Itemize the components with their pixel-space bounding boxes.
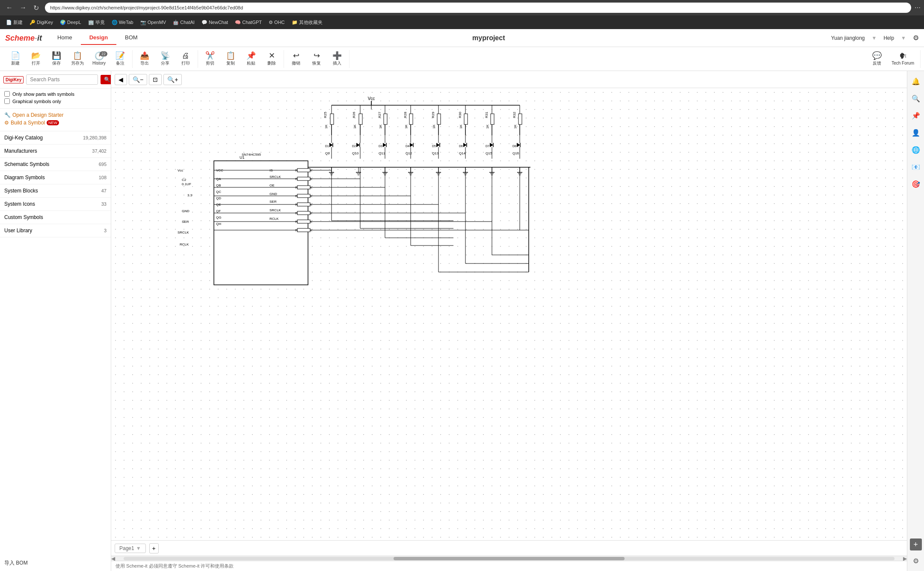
bookmark-deepl[interactable]: 🌍 DeepL (57, 19, 83, 26)
search-input[interactable] (26, 74, 98, 85)
svg-rect-45 (297, 194, 310, 198)
svg-text:3.3: 3.3 (187, 193, 192, 197)
collapse-left-button[interactable]: ◀ (115, 74, 127, 85)
svg-text:R31: R31 (485, 112, 489, 118)
search-button[interactable]: 🔍 (101, 75, 111, 84)
new-button[interactable]: 📄 新建 (5, 50, 26, 68)
bookmark-more[interactable]: 📁 其他收藏夹 (289, 18, 325, 27)
catalog-item-custom-symbols[interactable]: Custom Symbols (0, 211, 111, 224)
redo-button[interactable]: ↪ 恢复 (306, 50, 327, 68)
bookmark-newchat[interactable]: 💬 NewChat (199, 19, 231, 26)
zoom-fit-button[interactable]: ⊡ (149, 74, 162, 85)
right-mail-icon[interactable]: 📧 (909, 160, 923, 174)
svg-text:Q15: Q15 (486, 151, 492, 155)
help-button[interactable]: Help (883, 35, 894, 41)
right-user-icon[interactable]: 👤 (909, 126, 923, 139)
app-logo: Scheme-it (5, 33, 42, 43)
svg-text:0.1UF: 0.1UF (182, 182, 191, 186)
svg-text:QF: QF (216, 209, 221, 213)
svg-text:1K: 1K (353, 124, 357, 129)
refresh-button[interactable]: ↻ (31, 3, 41, 13)
tab-bom[interactable]: BOM (116, 31, 146, 45)
svg-text:OE: OE (270, 183, 275, 187)
svg-text:Vcc: Vcc (178, 169, 183, 172)
history-button[interactable]: 🕐 History 22 (88, 50, 110, 67)
forward-button[interactable]: → (17, 3, 29, 13)
catalog-item-schematic-symbols[interactable]: Schematic Symbols 695 (0, 158, 111, 171)
canvas-content[interactable]: Vcc U1 SN74HC595 VCC QA QB QC QD QE QF (111, 88, 907, 540)
toolbar: 📄 新建 📂 打开 💾 保存 📋 另存为 🕐 History 22 📝 备注 📤… (0, 47, 924, 71)
svg-text:R28: R28 (403, 112, 407, 118)
svg-text:D5: D5 (432, 145, 436, 148)
delete-button[interactable]: ✕ 删除 (261, 50, 282, 68)
bookmark-new[interactable]: 📄 新建 (3, 18, 25, 27)
user-name[interactable]: Yuan jianglong (831, 35, 865, 41)
bottom-scrollbar[interactable]: ◀ ▶ (111, 556, 907, 561)
zoom-in-button[interactable]: 🔍+ (163, 74, 182, 85)
catalog-item-system-icons[interactable]: System Icons 33 (0, 198, 111, 211)
catalog-item-user-library[interactable]: User Library 3 (0, 224, 111, 237)
right-bell-icon[interactable]: 🔔 (909, 74, 923, 88)
right-pin-icon[interactable]: 📌 (909, 109, 923, 122)
svg-text:1K: 1K (486, 124, 489, 129)
bookmark-ohc[interactable]: ⚙ OHC (266, 19, 287, 26)
tab-design[interactable]: Design (81, 31, 116, 45)
export-button[interactable]: 📤 导出 (134, 50, 155, 68)
svg-marker-126 (517, 143, 520, 147)
right-search-icon[interactable]: 🔍 (909, 92, 923, 105)
right-target-icon[interactable]: 🎯 (909, 177, 923, 191)
catalog-item-system-blocks[interactable]: System Blocks 47 (0, 184, 111, 198)
right-globe-icon[interactable]: 🌐 (909, 143, 923, 157)
open-button[interactable]: 📂 打开 (26, 50, 46, 68)
page-tab[interactable]: Page1 ▼ (115, 544, 146, 553)
svg-text:QH: QH (216, 222, 221, 226)
catalog-item-diagram-symbols[interactable]: Diagram Symbols 108 (0, 171, 111, 184)
bookmark-bijiao[interactable]: 🏢 毕竟 (86, 18, 107, 27)
bookmark-digikey[interactable]: 🔑 DigiKey (27, 19, 56, 26)
bookmark-chatgpt[interactable]: 🧠 ChatGPT (232, 19, 264, 26)
right-add-button[interactable]: + (910, 538, 922, 550)
nav-tabs: Home Design BOM (49, 31, 146, 45)
import-bom[interactable]: 导入 BOM (0, 555, 111, 571)
svg-text:R32: R32 (512, 112, 516, 118)
print-button[interactable]: 🖨 打印 (175, 50, 196, 68)
forum-button[interactable]: 🗣 Tech Forum (887, 50, 918, 67)
address-bar[interactable]: https://www.digikey.cn/zh/schemeit/proje… (45, 3, 911, 13)
catalog-item-manufacturers[interactable]: Manufacturers 37,402 (0, 145, 111, 158)
cut-button[interactable]: ✂️ 剪切 (200, 50, 220, 68)
add-page-button[interactable]: + (149, 543, 159, 553)
settings-icon[interactable]: ⚙ (913, 34, 919, 42)
undo-button[interactable]: ↩ 撤销 (286, 50, 306, 68)
share-button[interactable]: 📡 分享 (155, 50, 175, 68)
bookmark-openmv[interactable]: 📷 OpenMV (138, 19, 169, 26)
feedback-button[interactable]: 💬 反馈 (867, 50, 887, 68)
right-settings-icon[interactable]: ⚙ (909, 554, 923, 568)
svg-rect-73 (384, 114, 387, 124)
svg-rect-41 (297, 186, 310, 189)
paste-button[interactable]: 📌 粘贴 (241, 50, 261, 68)
toolbar-group-history: ↩ 撤销 ↪ 恢复 ➕ 插入 (284, 50, 349, 68)
svg-rect-81 (437, 114, 441, 124)
notes-button[interactable]: 📝 备注 (110, 50, 130, 68)
zoom-out-button[interactable]: 🔍− (129, 74, 147, 85)
svg-rect-93 (518, 114, 522, 124)
digikey-logo: DigiKey (3, 76, 24, 83)
save-button[interactable]: 💾 保存 (46, 50, 67, 68)
insert-button[interactable]: ➕ 插入 (327, 50, 347, 68)
tab-home[interactable]: Home (49, 31, 81, 45)
filter-symbols-only[interactable]: Only show parts with symbols (4, 91, 107, 97)
svg-text:1K: 1K (404, 124, 408, 129)
build-symbol-link[interactable]: ⚙ Build a Symbol NEW (4, 120, 107, 126)
catalog-item-digikey[interactable]: Digi-Key Catalog 19,280,398 (0, 131, 111, 145)
bookmark-wetab[interactable]: 🌐 WeTab (109, 19, 136, 26)
scroll-thumb[interactable] (394, 557, 625, 560)
filter-graphical-only[interactable]: Graphical symbols only (4, 98, 107, 104)
saveas-button[interactable]: 📋 另存为 (67, 50, 88, 68)
copy-button[interactable]: 📋 复制 (220, 50, 241, 68)
bookmark-chatai[interactable]: 🤖 ChatAI (170, 19, 197, 26)
svg-text:R27: R27 (378, 112, 382, 118)
svg-text:1K: 1K (324, 124, 328, 129)
back-button[interactable]: ← (3, 3, 15, 13)
svg-text:GND: GND (182, 209, 190, 213)
open-design-starter-link[interactable]: 🔧 Open a Design Starter (4, 112, 107, 118)
